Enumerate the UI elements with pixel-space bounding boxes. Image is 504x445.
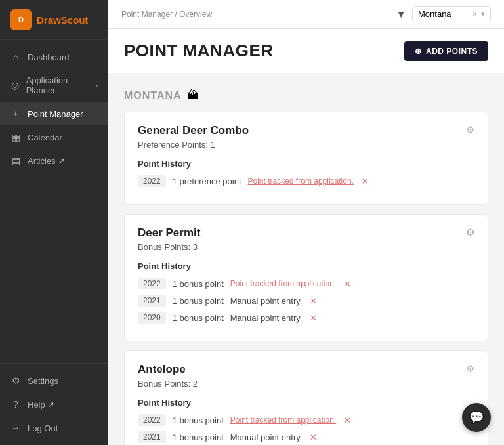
add-icon: ⊕: [415, 47, 422, 56]
card-subtitle: Bonus Points: 3: [138, 242, 474, 252]
tracked-link[interactable]: Point tracked from application.: [230, 279, 336, 288]
year-badge: 2021: [138, 431, 166, 443]
main-content: Point Manager / Overview ▼ Montana × ▾ P…: [108, 0, 504, 445]
sidebar-item-calendar[interactable]: ▦ Calendar: [0, 125, 108, 149]
manual-entry-label: Manual point entry.: [230, 313, 303, 323]
sidebar: D DrawScout ⌂ Dashboard ◎ Application Pl…: [0, 0, 108, 445]
remove-button[interactable]: ✕: [310, 296, 317, 306]
page-content: POINT MANAGER ⊕ ADD POINTS MONTANA 🏔 Gen…: [108, 29, 504, 445]
point-desc: 1 bonus point: [173, 313, 224, 323]
sidebar-item-settings[interactable]: ⚙ Settings: [0, 369, 108, 392]
history-row: 2020 1 bonus point Manual point entry. ✕: [138, 312, 474, 324]
card-general-deer-combo: General Deer Combo ⚙ Preference Points: …: [124, 112, 488, 205]
year-badge: 2022: [138, 278, 166, 289]
card-subtitle: Bonus Points: 2: [138, 379, 474, 389]
history-row: 2022 1 preference point Point tracked fr…: [138, 175, 474, 187]
card-header: Deer Permit ⚙: [138, 226, 474, 240]
remove-button[interactable]: ✕: [310, 313, 317, 323]
sidebar-nav: ⌂ Dashboard ◎ Application Planner › + Po…: [0, 40, 108, 363]
point-history-title: Point History: [138, 261, 474, 271]
circle-icon: ◎: [10, 80, 20, 91]
plus-icon: +: [10, 108, 21, 119]
chevron-right-icon: ›: [96, 82, 98, 89]
sidebar-item-label: Settings: [28, 376, 58, 386]
sidebar-item-label: Articles ↗: [28, 156, 65, 166]
filter-icon[interactable]: ▼: [396, 9, 406, 20]
logout-icon: →: [10, 423, 21, 433]
add-points-button[interactable]: ⊕ ADD POINTS: [404, 41, 488, 61]
sidebar-item-dashboard[interactable]: ⌂ Dashboard: [0, 45, 108, 69]
logo: D DrawScout: [0, 0, 108, 40]
point-desc: 1 bonus point: [173, 415, 224, 425]
gear-icon[interactable]: ⚙: [466, 226, 474, 238]
manual-entry-label: Manual point entry.: [230, 296, 303, 306]
sidebar-item-application-planner[interactable]: ◎ Application Planner ›: [0, 69, 108, 102]
articles-icon: ▤: [10, 156, 21, 166]
state-heading-text: MONTANA: [124, 90, 182, 102]
gear-icon[interactable]: ⚙: [466, 363, 474, 375]
sidebar-bottom: ⚙ Settings ? Help ↗ → Log Out: [0, 363, 108, 445]
sidebar-item-help[interactable]: ? Help ↗: [0, 392, 108, 416]
state-heading: MONTANA 🏔: [124, 89, 488, 102]
sidebar-item-logout[interactable]: → Log Out: [0, 416, 108, 440]
page-header: POINT MANAGER ⊕ ADD POINTS: [108, 29, 504, 73]
topbar: Point Manager / Overview ▼ Montana × ▾: [108, 0, 504, 29]
card-deer-permit: Deer Permit ⚙ Bonus Points: 3 Point Hist…: [124, 214, 488, 341]
card-header: General Deer Combo ⚙: [138, 124, 474, 137]
year-badge: 2022: [138, 175, 166, 187]
sidebar-item-label: Point Manager: [28, 109, 83, 119]
history-row: 2021 1 bonus point Manual point entry. ✕: [138, 431, 474, 443]
history-row: 2021 1 bonus point Manual point entry. ✕: [138, 295, 474, 307]
sidebar-item-label: Calendar: [28, 133, 62, 142]
card-title: General Deer Combo: [138, 124, 249, 137]
settings-icon: ⚙: [10, 375, 21, 386]
card-antelope: Antelope ⚙ Bonus Points: 2 Point History…: [124, 350, 488, 445]
chat-icon: 💬: [469, 410, 484, 425]
logo-text: DrawScout: [37, 14, 88, 26]
state-flag-icon: 🏔: [187, 89, 199, 102]
home-icon: ⌂: [10, 52, 21, 62]
manual-entry-label: Manual point entry.: [230, 433, 303, 442]
history-row: 2022 1 bonus point Point tracked from ap…: [138, 414, 474, 426]
chat-button[interactable]: 💬: [462, 403, 491, 432]
sidebar-item-label: Log Out: [28, 423, 58, 433]
remove-button[interactable]: ✕: [344, 279, 351, 289]
point-desc: 1 preference point: [173, 177, 242, 186]
point-desc: 1 bonus point: [173, 279, 224, 289]
dropdown-chevron-icon: ▾: [481, 10, 485, 18]
history-row: 2022 1 bonus point Point tracked from ap…: [138, 278, 474, 289]
sidebar-item-label: Dashboard: [28, 53, 70, 62]
sidebar-item-point-manager[interactable]: + Point Manager: [0, 102, 108, 125]
breadcrumb: Point Manager / Overview: [121, 10, 396, 19]
state-selector[interactable]: Montana × ▾: [412, 6, 491, 22]
remove-button[interactable]: ✕: [310, 433, 317, 442]
gear-icon[interactable]: ⚙: [466, 124, 474, 136]
tracked-link[interactable]: Point tracked from application.: [248, 177, 354, 186]
sidebar-item-label: Help ↗: [28, 400, 54, 410]
page-title: POINT MANAGER: [124, 41, 274, 61]
clear-state-icon[interactable]: ×: [472, 10, 477, 19]
topbar-right: ▼ Montana × ▾: [396, 6, 491, 22]
card-header: Antelope ⚙: [138, 363, 474, 376]
state-section: MONTANA 🏔 General Deer Combo ⚙ Preferenc…: [124, 86, 488, 445]
year-badge: 2021: [138, 295, 166, 307]
calendar-icon: ▦: [10, 132, 21, 142]
point-history-title: Point History: [138, 159, 474, 169]
card-title: Antelope: [138, 363, 186, 376]
point-history-title: Point History: [138, 398, 474, 408]
remove-button[interactable]: ✕: [344, 415, 351, 425]
year-badge: 2022: [138, 414, 166, 426]
point-desc: 1 bonus point: [173, 433, 224, 442]
add-points-label: ADD POINTS: [426, 47, 478, 56]
state-value: Montana: [418, 9, 469, 19]
help-icon: ?: [10, 399, 21, 410]
year-badge: 2020: [138, 312, 166, 324]
logo-icon: D: [10, 9, 32, 30]
sidebar-item-articles[interactable]: ▤ Articles ↗: [0, 149, 108, 173]
card-title: Deer Permit: [138, 226, 200, 240]
svg-text:D: D: [18, 16, 24, 24]
sidebar-item-label: Application Planner: [26, 75, 89, 95]
remove-button[interactable]: ✕: [362, 177, 369, 186]
point-desc: 1 bonus point: [173, 296, 224, 306]
tracked-link[interactable]: Point tracked from application.: [230, 415, 336, 425]
